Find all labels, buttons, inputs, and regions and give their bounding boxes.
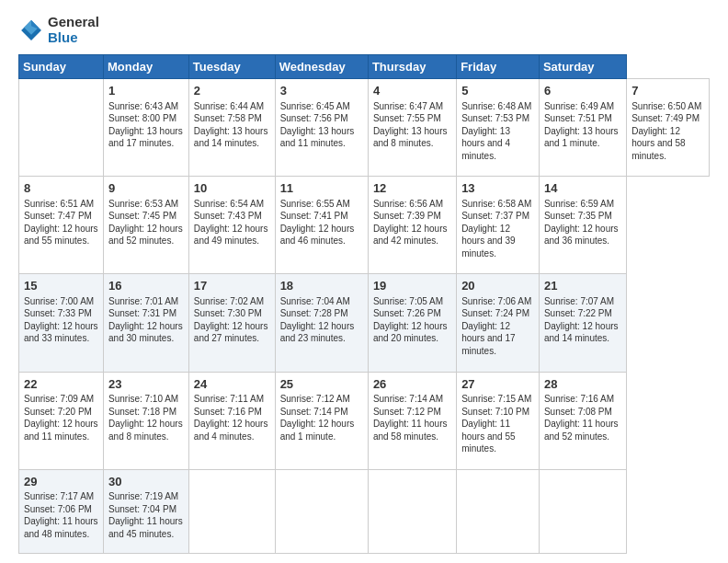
day-number: 27: [461, 376, 534, 393]
daylight-text: Daylight: 12 hours and 27 minutes.: [194, 321, 268, 344]
day-number: 2: [194, 83, 270, 99]
daylight-text: Daylight: 12 hours and 46 minutes.: [280, 224, 355, 247]
daylight-text: Daylight: 11 hours and 48 minutes.: [24, 516, 98, 539]
sunrise-text: Sunrise: 6:50 AM: [631, 101, 701, 111]
sunset-text: Sunset: 7:41 PM: [280, 211, 348, 221]
day-cell-19: 19Sunrise: 7:05 AMSunset: 7:26 PMDayligh…: [368, 274, 456, 372]
day-cell-17: 17Sunrise: 7:02 AMSunset: 7:30 PMDayligh…: [188, 274, 275, 372]
day-number: 7: [631, 83, 704, 99]
day-cell-20: 20Sunrise: 7:06 AMSunset: 7:24 PMDayligh…: [457, 274, 540, 372]
logo-icon: [18, 17, 44, 43]
day-number: 12: [373, 180, 451, 197]
day-cell-5: 5Sunrise: 6:48 AMSunset: 7:53 PMDaylight…: [457, 79, 540, 177]
sunset-text: Sunset: 7:30 PM: [194, 308, 262, 318]
sunset-text: Sunset: 7:39 PM: [373, 211, 441, 221]
sunrise-text: Sunrise: 6:54 AM: [194, 199, 264, 209]
sunrise-text: Sunrise: 7:02 AM: [194, 296, 264, 306]
sunrise-text: Sunrise: 6:59 AM: [544, 199, 614, 209]
empty-cell: [275, 469, 368, 553]
sunrise-text: Sunrise: 7:00 AM: [24, 296, 94, 306]
sunrise-text: Sunrise: 6:45 AM: [280, 101, 350, 111]
daylight-text: Daylight: 11 hours and 52 minutes.: [544, 419, 619, 442]
sunset-text: Sunset: 7:12 PM: [373, 407, 441, 417]
week-row-3: 15Sunrise: 7:00 AMSunset: 7:33 PMDayligh…: [19, 274, 710, 372]
day-cell-12: 12Sunrise: 6:56 AMSunset: 7:39 PMDayligh…: [368, 177, 456, 274]
sunset-text: Sunset: 8:00 PM: [108, 113, 176, 123]
sunrise-text: Sunrise: 7:07 AM: [544, 296, 614, 306]
sunrise-text: Sunrise: 6:58 AM: [461, 199, 531, 209]
weekday-sunday: Sunday: [19, 55, 104, 79]
daylight-text: Daylight: 12 hours and 39 minutes.: [461, 224, 515, 259]
day-cell-21: 21Sunrise: 7:07 AMSunset: 7:22 PMDayligh…: [539, 274, 626, 372]
daylight-text: Daylight: 12 hours and 52 minutes.: [108, 224, 183, 247]
sunrise-text: Sunrise: 6:49 AM: [544, 101, 614, 111]
daylight-text: Daylight: 12 hours and 4 minutes.: [194, 419, 268, 442]
sunrise-text: Sunrise: 7:19 AM: [108, 491, 178, 501]
sunrise-text: Sunrise: 7:06 AM: [461, 296, 531, 306]
day-cell-18: 18Sunrise: 7:04 AMSunset: 7:28 PMDayligh…: [275, 274, 368, 372]
sunrise-text: Sunrise: 6:53 AM: [108, 199, 178, 209]
day-number: 15: [24, 278, 98, 294]
sunset-text: Sunset: 7:45 PM: [108, 211, 176, 221]
day-number: 19: [373, 278, 451, 294]
sunset-text: Sunset: 7:37 PM: [461, 211, 529, 221]
sunrise-text: Sunrise: 7:05 AM: [373, 296, 443, 306]
day-number: 1: [108, 83, 184, 99]
daylight-text: Daylight: 13 hours and 8 minutes.: [373, 126, 448, 149]
day-number: 17: [194, 278, 270, 294]
weekday-saturday: Saturday: [539, 55, 626, 79]
sunrise-text: Sunrise: 7:11 AM: [194, 394, 264, 404]
day-cell-29: 29Sunrise: 7:17 AMSunset: 7:06 PMDayligh…: [19, 469, 104, 553]
daylight-text: Daylight: 13 hours and 4 minutes.: [461, 126, 510, 161]
sunset-text: Sunset: 7:28 PM: [280, 308, 348, 318]
day-number: 23: [108, 376, 184, 393]
week-row-2: 8Sunrise: 6:51 AMSunset: 7:47 PMDaylight…: [19, 177, 710, 274]
sunset-text: Sunset: 7:56 PM: [280, 113, 348, 123]
day-number: 4: [373, 83, 451, 99]
sunrise-text: Sunrise: 6:44 AM: [194, 101, 264, 111]
sunset-text: Sunset: 7:20 PM: [24, 407, 92, 417]
sunrise-text: Sunrise: 7:04 AM: [280, 296, 350, 306]
sunset-text: Sunset: 7:08 PM: [544, 407, 612, 417]
day-number: 29: [24, 474, 98, 490]
weekday-wednesday: Wednesday: [275, 55, 368, 79]
sunset-text: Sunset: 7:47 PM: [24, 211, 92, 221]
week-row-1: 1Sunrise: 6:43 AMSunset: 8:00 PMDaylight…: [19, 79, 710, 177]
daylight-text: Daylight: 12 hours and 30 minutes.: [108, 321, 183, 344]
day-number: 10: [194, 180, 270, 197]
daylight-text: Daylight: 13 hours and 14 minutes.: [194, 126, 268, 149]
sunset-text: Sunset: 7:10 PM: [461, 407, 529, 417]
sunset-text: Sunset: 7:43 PM: [194, 211, 262, 221]
day-number: 26: [373, 376, 451, 393]
day-number: 24: [194, 376, 270, 393]
day-cell-9: 9Sunrise: 6:53 AMSunset: 7:45 PMDaylight…: [104, 177, 189, 274]
day-number: 18: [280, 278, 363, 294]
day-number: 21: [544, 278, 621, 294]
day-cell-25: 25Sunrise: 7:12 AMSunset: 7:14 PMDayligh…: [275, 372, 368, 469]
day-number: 6: [544, 83, 621, 99]
daylight-text: Daylight: 12 hours and 55 minutes.: [24, 224, 98, 247]
sunset-text: Sunset: 7:31 PM: [108, 308, 176, 318]
logo: General Blue: [18, 15, 99, 45]
day-number: 25: [280, 376, 363, 393]
empty-cell: [457, 469, 540, 553]
sunset-text: Sunset: 7:26 PM: [373, 308, 441, 318]
daylight-text: Daylight: 12 hours and 14 minutes.: [544, 321, 619, 344]
empty-cell: [188, 469, 275, 553]
day-number: 11: [280, 180, 363, 197]
calendar-table: SundayMondayTuesdayWednesdayThursdayFrid…: [18, 54, 710, 554]
weekday-header-row: SundayMondayTuesdayWednesdayThursdayFrid…: [19, 55, 710, 79]
day-number: 20: [461, 278, 534, 294]
day-cell-30: 30Sunrise: 7:19 AMSunset: 7:04 PMDayligh…: [104, 469, 189, 553]
daylight-text: Daylight: 12 hours and 36 minutes.: [544, 224, 619, 247]
sunset-text: Sunset: 7:35 PM: [544, 211, 612, 221]
daylight-text: Daylight: 12 hours and 58 minutes.: [631, 126, 685, 161]
daylight-text: Daylight: 12 hours and 17 minutes.: [461, 321, 515, 356]
sunset-text: Sunset: 7:55 PM: [373, 113, 441, 123]
sunrise-text: Sunrise: 7:17 AM: [24, 491, 94, 501]
sunrise-text: Sunrise: 7:14 AM: [373, 394, 443, 404]
sunrise-text: Sunrise: 7:10 AM: [108, 394, 178, 404]
sunset-text: Sunset: 7:33 PM: [24, 308, 92, 318]
sunset-text: Sunset: 7:06 PM: [24, 504, 92, 514]
day-cell-4: 4Sunrise: 6:47 AMSunset: 7:55 PMDaylight…: [368, 79, 456, 177]
